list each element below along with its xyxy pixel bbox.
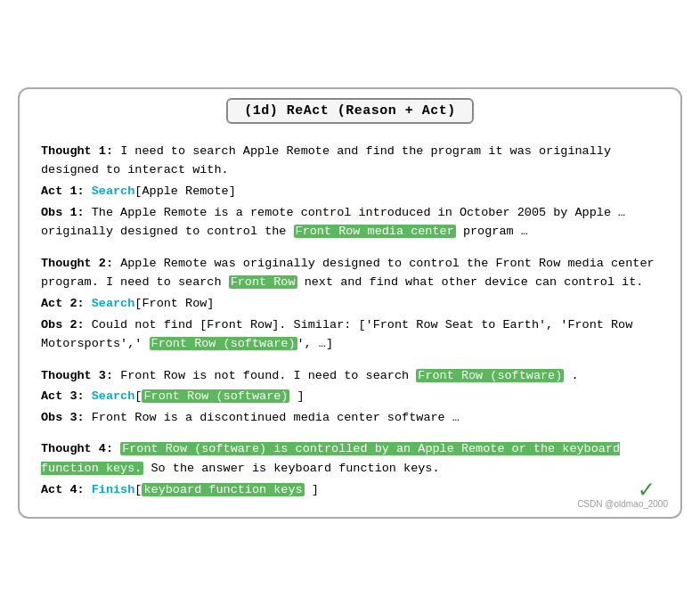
title-bar: (1d) ReAct (Reason + Act) <box>20 89 680 131</box>
main-container: (1d) ReAct (Reason + Act) Thought 1: I n… <box>18 87 682 520</box>
bold-label: Thought 2: <box>41 257 120 270</box>
content-area: Thought 1: I need to search Apple Remote… <box>20 131 680 518</box>
normal-text: Front Row is not found. I need to search <box>120 369 416 382</box>
normal-text: originally <box>539 144 611 158</box>
normal-text: Could not find [Front Row]. Similar: ['F… <box>41 318 632 351</box>
block-2: Thought 2: Apple Remote was originally d… <box>41 254 659 354</box>
watermark-text: CSDN @oldmao_2000 <box>577 499 668 510</box>
block-3: Thought 3: Front Row is not found. I nee… <box>41 366 659 428</box>
normal-text: program … <box>456 225 528 238</box>
block-1: Thought 1: I need to search Apple Remote… <box>41 142 659 242</box>
line-4-2: Act 4: Finish[keyboard function keys ] <box>41 480 659 500</box>
bold-label: Thought 4: <box>41 442 120 455</box>
line-3-2: Act 3: Search[Front Row (software) ] <box>41 387 659 406</box>
title-box: (1d) ReAct (Reason + Act) <box>226 98 474 124</box>
bold-label: Obs 1: <box>41 206 92 219</box>
block-4: Thought 4: Front Row (software) is contr… <box>41 439 659 499</box>
bold-label: Act 2: <box>41 297 92 310</box>
line-2-1: Thought 2: Apple Remote was originally d… <box>41 254 659 292</box>
normal-text: [Front Row] <box>134 297 214 310</box>
normal-text: So the answer is keyboard function keys. <box>143 462 439 475</box>
normal-text: ] <box>305 483 319 496</box>
highlighted-text: Front Row (software) <box>416 369 564 382</box>
watermark-area: CSDN @oldmao_2000 ✓ <box>577 499 668 510</box>
bold-label: Obs 2: <box>41 318 92 332</box>
line-2-2: Act 2: Search[Front Row] <box>41 294 659 314</box>
line-1-2: Act 1: Search[Apple Remote] <box>41 182 659 201</box>
line-3-1: Thought 3: Front Row is not found. I nee… <box>41 366 659 386</box>
normal-text: ] <box>289 389 304 403</box>
action-label: Search <box>92 184 135 198</box>
normal-text: I need to search Apple Remote and find t… <box>120 144 539 158</box>
normal-text: ', …] <box>297 337 334 350</box>
bold-label: Obs 3: <box>41 411 92 424</box>
action-label: Search <box>92 389 135 403</box>
highlighted-text: Front Row media center <box>294 225 456 238</box>
highlighted-text: Front Row <box>229 275 297 289</box>
highlighted-text: keyboard function keys <box>142 483 304 496</box>
highlighted-text: Front Row (software) <box>142 389 289 403</box>
normal-text: [Apple Remote] <box>134 184 235 198</box>
bold-label: Thought 1: <box>41 144 120 158</box>
action-label: Finish <box>92 483 135 496</box>
line-1-3: Obs 1: The Apple Remote is a remote cont… <box>41 203 659 242</box>
line-2-3: Obs 2: Could not find [Front Row]. Simil… <box>41 315 659 354</box>
bold-label: Act 4: <box>41 483 92 496</box>
normal-text: . <box>564 369 578 382</box>
normal-text: designed to interact with. <box>41 163 229 176</box>
bold-label: Act 1: <box>41 184 92 198</box>
bold-label: Thought 3: <box>41 369 120 382</box>
action-label: Search <box>92 297 135 310</box>
checkmark-icon: ✓ <box>639 474 654 504</box>
line-3-3: Obs 3: Front Row is a discontinued media… <box>41 408 659 428</box>
normal-text: next and find what other device can cont… <box>297 275 644 289</box>
line-4-1: Thought 4: Front Row (software) is contr… <box>41 439 659 478</box>
normal-text: Front Row is a discontinued media center… <box>92 411 460 424</box>
bold-label: Act 3: <box>41 389 92 403</box>
line-1-1: Thought 1: I need to search Apple Remote… <box>41 142 659 180</box>
highlighted-text: Front Row (software) <box>150 337 297 350</box>
